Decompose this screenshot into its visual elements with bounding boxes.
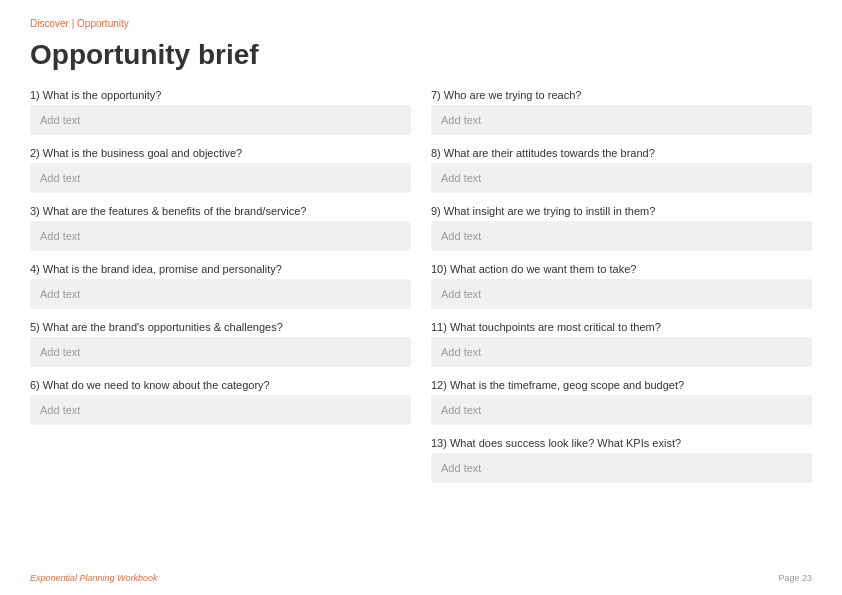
right-text-box-6[interactable]: Add text [431, 395, 812, 425]
right-question-label-7: 13) What does success look like? What KP… [431, 437, 812, 449]
left-question-block-6: 6) What do we need to know about the cat… [30, 379, 411, 425]
right-question-block-1: 7) Who are we trying to reach?Add text [431, 89, 812, 135]
right-question-label-4: 10) What action do we want them to take? [431, 263, 812, 275]
left-question-block-3: 3) What are the features & benefits of t… [30, 205, 411, 251]
left-text-box-6[interactable]: Add text [30, 395, 411, 425]
right-question-block-2: 8) What are their attitudes towards the … [431, 147, 812, 193]
footer: Exponential Planning Workbook Page 23 [30, 573, 812, 583]
right-text-box-7[interactable]: Add text [431, 453, 812, 483]
right-question-block-4: 10) What action do we want them to take?… [431, 263, 812, 309]
left-text-box-3[interactable]: Add text [30, 221, 411, 251]
right-column: 7) Who are we trying to reach?Add text8)… [431, 89, 812, 495]
left-question-label-5: 5) What are the brand's opportunities & … [30, 321, 411, 333]
left-text-box-4[interactable]: Add text [30, 279, 411, 309]
right-question-block-5: 11) What touchpoints are most critical t… [431, 321, 812, 367]
right-text-box-3[interactable]: Add text [431, 221, 812, 251]
right-text-box-2[interactable]: Add text [431, 163, 812, 193]
left-text-box-1[interactable]: Add text [30, 105, 411, 135]
right-question-block-3: 9) What insight are we trying to instill… [431, 205, 812, 251]
breadcrumb-part2: Opportunity [77, 18, 129, 29]
left-question-label-2: 2) What is the business goal and objecti… [30, 147, 411, 159]
right-question-label-3: 9) What insight are we trying to instill… [431, 205, 812, 217]
right-question-label-6: 12) What is the timeframe, geog scope an… [431, 379, 812, 391]
left-question-block-1: 1) What is the opportunity?Add text [30, 89, 411, 135]
right-text-box-4[interactable]: Add text [431, 279, 812, 309]
right-text-box-5[interactable]: Add text [431, 337, 812, 367]
left-text-box-2[interactable]: Add text [30, 163, 411, 193]
right-question-label-2: 8) What are their attitudes towards the … [431, 147, 812, 159]
right-question-label-1: 7) Who are we trying to reach? [431, 89, 812, 101]
breadcrumb-separator: | [69, 18, 77, 29]
left-question-label-4: 4) What is the brand idea, promise and p… [30, 263, 411, 275]
right-question-label-5: 11) What touchpoints are most critical t… [431, 321, 812, 333]
breadcrumb: Discover | Opportunity [30, 18, 812, 29]
left-question-block-2: 2) What is the business goal and objecti… [30, 147, 411, 193]
left-question-label-6: 6) What do we need to know about the cat… [30, 379, 411, 391]
footer-page: Page 23 [778, 573, 812, 583]
left-column: 1) What is the opportunity?Add text2) Wh… [30, 89, 411, 495]
content-grid: 1) What is the opportunity?Add text2) Wh… [30, 89, 812, 495]
page: Discover | Opportunity Opportunity brief… [0, 0, 842, 595]
footer-brand: Exponential Planning Workbook [30, 573, 158, 583]
left-question-label-1: 1) What is the opportunity? [30, 89, 411, 101]
left-question-label-3: 3) What are the features & benefits of t… [30, 205, 411, 217]
right-question-block-6: 12) What is the timeframe, geog scope an… [431, 379, 812, 425]
left-text-box-5[interactable]: Add text [30, 337, 411, 367]
left-question-block-5: 5) What are the brand's opportunities & … [30, 321, 411, 367]
right-question-block-7: 13) What does success look like? What KP… [431, 437, 812, 483]
page-title: Opportunity brief [30, 39, 812, 71]
breadcrumb-part1: Discover [30, 18, 69, 29]
left-question-block-4: 4) What is the brand idea, promise and p… [30, 263, 411, 309]
right-text-box-1[interactable]: Add text [431, 105, 812, 135]
